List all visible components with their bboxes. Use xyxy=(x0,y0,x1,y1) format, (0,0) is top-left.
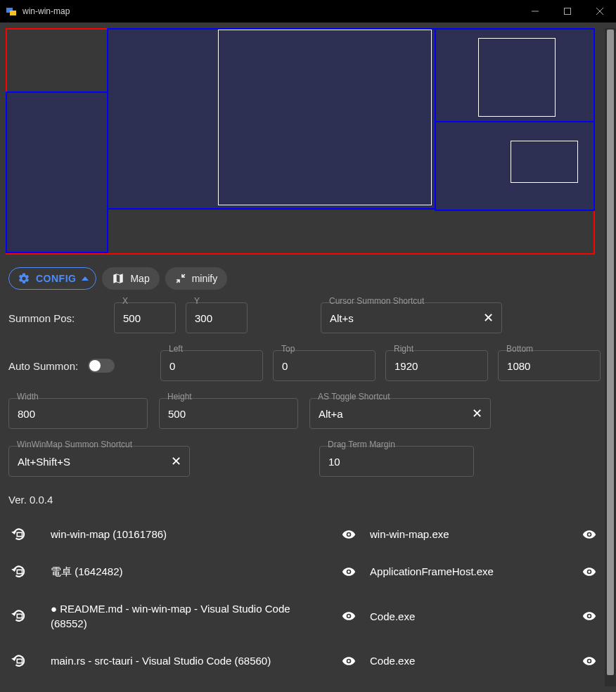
monitor-3[interactable] xyxy=(435,28,595,122)
wwm-shortcut-label: WinWinMap Summon Shortcut xyxy=(15,440,134,449)
width-label: Width xyxy=(15,392,40,402)
cursor-shortcut-input[interactable] xyxy=(321,302,502,333)
auto-summon-toggle[interactable] xyxy=(88,359,115,373)
as-toggle-input[interactable] xyxy=(309,398,491,429)
bottom-input[interactable] xyxy=(498,350,601,381)
minify-label: minify xyxy=(192,273,218,284)
window-row[interactable]: 電卓 (1642482) ApplicationFrameHost.exe xyxy=(8,553,602,590)
visibility-toggle-right[interactable] xyxy=(574,654,602,668)
eye-icon xyxy=(342,565,356,579)
exe-cell: ApplicationFrameHost.exe xyxy=(370,565,574,577)
visibility-toggle-right[interactable] xyxy=(574,609,602,623)
window-title-cell: ● README.md - win-win-map - Visual Studi… xyxy=(51,601,328,631)
height-input[interactable] xyxy=(159,398,298,429)
window-row[interactable]: win-win-map (10161786) win-win-map.exe xyxy=(8,515,602,553)
window-title-cell: 電卓 (1642482) xyxy=(51,564,328,579)
map-viewport[interactable] xyxy=(6,28,595,255)
clear-cursor-shortcut[interactable]: ✕ xyxy=(480,309,496,326)
switch-knob xyxy=(89,360,101,371)
eye-icon xyxy=(582,654,596,668)
restore-icon[interactable] xyxy=(8,655,51,667)
height-label: Height xyxy=(166,392,193,402)
as-toggle-label: AS Toggle Shortcut xyxy=(316,392,392,402)
visibility-toggle-left[interactable] xyxy=(328,565,370,579)
window-title-cell: win-win-map (10161786) xyxy=(51,527,328,542)
x-label: X xyxy=(121,296,129,306)
visibility-toggle-left[interactable] xyxy=(328,527,370,542)
svg-rect-1 xyxy=(10,11,16,15)
window-row[interactable]: main.rs - src-tauri - Visual Studio Code… xyxy=(8,642,602,679)
config-label: CONFIG xyxy=(36,273,76,284)
wwm-shortcut-input[interactable] xyxy=(8,446,190,477)
config-form: Summon Pos: X Y Cursor Summon Shortcut xyxy=(6,300,605,477)
scrollbar[interactable] xyxy=(605,28,616,686)
eye-icon xyxy=(582,609,596,623)
top-label: Top xyxy=(280,344,296,354)
svg-rect-8 xyxy=(17,614,22,617)
auto-summon-label: Auto Summon: xyxy=(8,360,78,372)
map-label: Map xyxy=(130,273,149,284)
visibility-toggle-right[interactable] xyxy=(574,565,602,579)
svg-rect-9 xyxy=(17,659,22,662)
clear-wwm-shortcut[interactable]: ✕ xyxy=(167,453,184,470)
left-input[interactable] xyxy=(160,350,263,381)
app-body: CONFIG Map minify Summon Pos: X xyxy=(0,23,616,692)
eye-icon xyxy=(582,527,596,542)
restore-icon[interactable] xyxy=(8,610,51,622)
window-title-cell: main.rs - src-tauri - Visual Studio Code… xyxy=(51,653,328,668)
right-input[interactable] xyxy=(385,350,488,381)
minify-button[interactable]: minify xyxy=(165,267,228,290)
drag-margin-input[interactable] xyxy=(319,446,474,477)
map-icon xyxy=(112,272,124,285)
right-label: Right xyxy=(392,344,415,354)
gear-icon xyxy=(18,272,30,285)
svg-rect-6 xyxy=(17,532,22,536)
close-button[interactable] xyxy=(584,0,616,23)
exe-cell: win-win-map.exe xyxy=(370,528,574,540)
maximize-icon xyxy=(564,8,571,15)
minimize-icon xyxy=(532,8,539,15)
titlebar: win-win-map xyxy=(0,0,616,23)
visibility-toggle-left[interactable] xyxy=(328,609,370,623)
window-rect-3[interactable] xyxy=(511,141,578,183)
top-input[interactable] xyxy=(273,350,376,381)
eye-icon xyxy=(582,565,596,579)
minimize-button[interactable] xyxy=(519,0,551,23)
config-button[interactable]: CONFIG xyxy=(8,267,96,290)
window-row[interactable]: ● README.md - win-win-map - Visual Studi… xyxy=(8,590,602,642)
eye-icon xyxy=(342,527,356,542)
button-bar: CONFIG Map minify xyxy=(6,255,605,300)
width-input[interactable] xyxy=(8,398,148,429)
visibility-toggle-left[interactable] xyxy=(328,654,370,668)
eye-icon xyxy=(342,654,356,668)
left-label: Left xyxy=(167,344,184,354)
eye-icon xyxy=(342,609,356,623)
y-input[interactable] xyxy=(186,302,248,333)
y-label: Y xyxy=(193,296,201,306)
bottom-label: Bottom xyxy=(505,344,534,354)
maximize-button[interactable] xyxy=(551,0,584,23)
minify-icon xyxy=(175,273,186,284)
exe-cell: Code.exe xyxy=(370,655,574,667)
scroll-thumb[interactable] xyxy=(607,30,614,675)
cursor-shortcut-label: Cursor Summon Shortcut xyxy=(328,296,425,306)
close-icon xyxy=(596,8,603,15)
window-rect-2[interactable] xyxy=(478,38,556,117)
restore-icon[interactable] xyxy=(8,528,51,541)
monitor-2[interactable] xyxy=(107,28,436,210)
window-list: win-win-map (10161786) win-win-map.exe 電… xyxy=(6,515,605,679)
monitor-1[interactable] xyxy=(6,91,108,253)
monitor-4[interactable] xyxy=(435,121,595,211)
map-button[interactable]: Map xyxy=(102,267,159,290)
svg-rect-7 xyxy=(17,570,22,573)
summon-pos-label: Summon Pos: xyxy=(8,312,75,324)
clear-as-toggle[interactable]: ✕ xyxy=(468,405,485,422)
svg-rect-3 xyxy=(565,8,571,15)
version-label: Ver. 0.0.4 xyxy=(6,494,605,515)
chevron-up-icon xyxy=(82,276,89,281)
visibility-toggle-right[interactable] xyxy=(574,527,602,542)
window-rect-1[interactable] xyxy=(218,30,432,205)
restore-icon[interactable] xyxy=(8,565,51,578)
x-input[interactable] xyxy=(114,302,176,333)
window-title: win-win-map xyxy=(23,6,70,16)
